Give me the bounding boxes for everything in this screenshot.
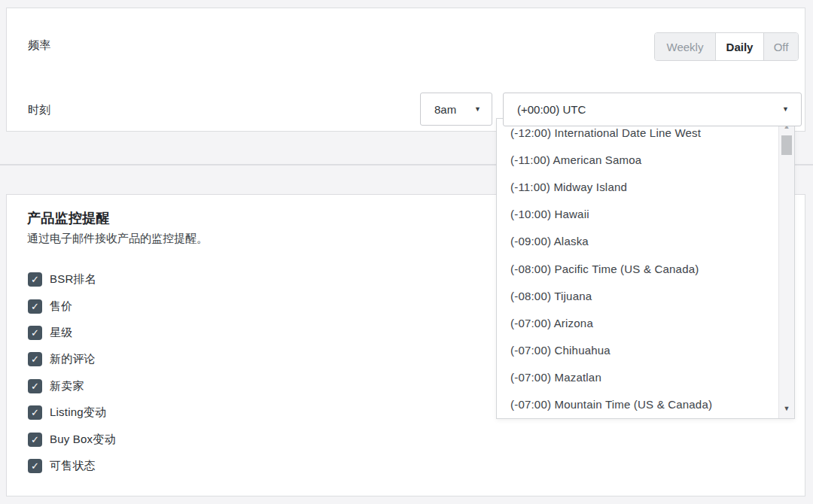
schedule-panel: 频率 Weekly Daily Off 时刻 8am ▼ (+00:00) UT… bbox=[6, 8, 805, 132]
timezone-option[interactable]: (-07:00) Chihuahua bbox=[497, 337, 778, 364]
alert-label: 新卖家 bbox=[50, 379, 84, 393]
checkbox-checked-icon[interactable]: ✓ bbox=[28, 459, 42, 473]
timezone-option-list: (-12:00) International Date Line West (-… bbox=[497, 119, 778, 418]
frequency-label: 频率 bbox=[28, 38, 50, 53]
section-title: 产品监控提醒 bbox=[27, 209, 110, 227]
alert-checkbox-row[interactable]: ✓ Buy Box变动 bbox=[28, 426, 790, 452]
checkbox-checked-icon[interactable]: ✓ bbox=[28, 272, 42, 287]
settings-screen: 频率 Weekly Daily Off 时刻 8am ▼ (+00:00) UT… bbox=[0, 0, 813, 504]
timezone-select-value: (+00:00) UTC bbox=[517, 103, 586, 116]
frequency-option-daily[interactable]: Daily bbox=[715, 33, 763, 60]
timezone-option[interactable]: (-07:00) Arizona bbox=[497, 309, 778, 336]
alert-label: Buy Box变动 bbox=[50, 433, 116, 447]
alert-label: 新的评论 bbox=[50, 352, 96, 366]
timezone-option[interactable]: (-07:00) Mazatlan bbox=[497, 364, 778, 391]
alert-label: BSR排名 bbox=[50, 272, 96, 287]
checkbox-checked-icon[interactable]: ✓ bbox=[28, 299, 42, 314]
alert-label: 可售状态 bbox=[50, 459, 96, 473]
hour-select[interactable]: 8am ▼ bbox=[420, 93, 492, 126]
checkbox-checked-icon[interactable]: ✓ bbox=[28, 379, 42, 393]
frequency-option-off[interactable]: Off bbox=[763, 33, 798, 60]
alert-label: 星级 bbox=[50, 326, 72, 340]
timezone-option[interactable]: (-08:00) Pacific Time (US & Canada) bbox=[497, 255, 778, 282]
timezone-option[interactable]: (-09:00) Alaska bbox=[497, 228, 778, 255]
chevron-down-icon: ▼ bbox=[474, 106, 481, 113]
timezone-select[interactable]: (+00:00) UTC ▼ bbox=[503, 93, 802, 126]
timezone-option[interactable]: (-07:00) Mountain Time (US & Canada) bbox=[497, 391, 778, 418]
alert-checkbox-row[interactable]: ✓ 可售状态 bbox=[28, 453, 790, 479]
hour-select-value: 8am bbox=[434, 103, 456, 116]
checkbox-checked-icon[interactable]: ✓ bbox=[28, 326, 42, 340]
timezone-option[interactable]: (-11:00) Midway Island bbox=[497, 173, 778, 200]
timezone-option[interactable]: (-11:00) American Samoa bbox=[497, 146, 778, 173]
timezone-option[interactable]: (-10:00) Hawaii bbox=[497, 201, 778, 228]
chevron-down-icon: ▼ bbox=[782, 106, 789, 113]
timezone-option[interactable]: (-08:00) Tijuana bbox=[497, 282, 778, 309]
dropdown-scrollbar[interactable]: ▲ ▼ bbox=[778, 119, 794, 418]
frequency-toggle-group: Weekly Daily Off bbox=[654, 32, 799, 61]
checkbox-checked-icon[interactable]: ✓ bbox=[28, 405, 42, 420]
alert-label: 售价 bbox=[50, 299, 72, 314]
timezone-dropdown-menu: (-12:00) International Date Line West (-… bbox=[496, 118, 795, 419]
scroll-down-icon[interactable]: ▼ bbox=[779, 405, 794, 412]
time-label: 时刻 bbox=[28, 103, 50, 117]
scrollbar-thumb[interactable] bbox=[781, 135, 792, 155]
alert-label: Listing变动 bbox=[50, 405, 106, 420]
section-subtitle: 通过电子邮件接收产品的监控提醒。 bbox=[27, 232, 208, 246]
checkbox-checked-icon[interactable]: ✓ bbox=[28, 433, 42, 447]
checkbox-checked-icon[interactable]: ✓ bbox=[28, 352, 42, 366]
frequency-option-weekly[interactable]: Weekly bbox=[655, 33, 715, 60]
